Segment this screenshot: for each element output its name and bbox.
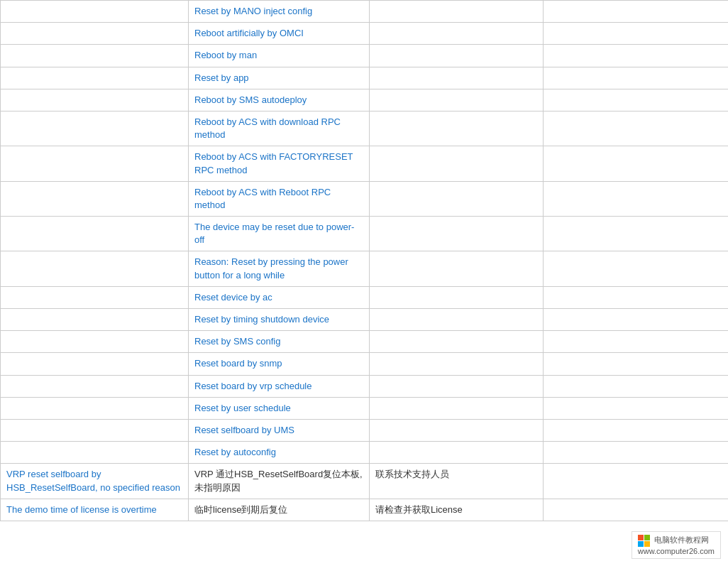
col3-cell: [370, 181, 544, 216]
table-row: Reset selfboard by UMS: [1, 419, 729, 441]
col1-cell: [1, 375, 189, 397]
col2-cell: Reset by timing shutdown device: [189, 309, 370, 331]
col2-cell: Reset by user schedule: [189, 397, 370, 419]
table-row: The demo time of license is overtime临时li…: [1, 499, 729, 521]
table-row: Reset by SMS config: [1, 331, 729, 353]
table-row: Reason: Reset by pressing the power butt…: [1, 251, 729, 286]
col1-cell: [1, 1, 189, 23]
col3-cell: [370, 217, 544, 251]
col1-cell: [1, 217, 189, 251]
col4-cell: [544, 353, 729, 375]
col2-cell: VRP 通过HSB_ResetSelfBoard复位本板,未指明原因: [189, 464, 370, 499]
col1-cell: [1, 331, 189, 353]
col3-cell: [370, 375, 544, 397]
col4-cell: [544, 309, 729, 331]
col4-cell: [544, 375, 729, 397]
col3-cell: [370, 67, 544, 89]
col4-cell: [544, 23, 729, 45]
col3-cell: [370, 397, 544, 419]
table-row: Reset board by snmp: [1, 353, 729, 375]
col1-cell: [1, 89, 189, 111]
col2-cell: Reset selfboard by UMS: [189, 419, 370, 441]
col1-cell: [1, 251, 189, 286]
col1-cell: [1, 397, 189, 419]
col4-cell: [544, 67, 729, 89]
data-table: Reset by MANO inject configReboot artifi…: [0, 0, 728, 521]
col4-cell: [544, 499, 729, 521]
col4-cell: [544, 251, 729, 286]
table-row: Reboot by ACS with download RPC method: [1, 111, 729, 146]
col2-cell: Reboot by man: [189, 45, 370, 67]
col4-cell: [544, 331, 729, 353]
col4-cell: [544, 217, 729, 251]
col2-cell: Reset board by snmp: [189, 353, 370, 375]
col3-cell: [370, 286, 544, 308]
table-row: Reset by autoconfig: [1, 442, 729, 464]
col1-cell: [1, 286, 189, 308]
col2-cell: Reboot by ACS with download RPC method: [189, 111, 370, 146]
col2-cell: Reset by SMS config: [189, 331, 370, 353]
col2-cell: Reset by app: [189, 67, 370, 89]
table-row: Reset by timing shutdown device: [1, 309, 729, 331]
col3-cell: [370, 146, 544, 181]
col3-cell: 联系技术支持人员: [370, 464, 544, 499]
col3-cell: [370, 251, 544, 286]
col1-cell: [1, 146, 189, 181]
col2-cell: Reset by MANO inject config: [189, 1, 370, 23]
col4-cell: [544, 146, 729, 181]
col4-cell: [544, 1, 729, 23]
col4-cell: [544, 45, 729, 67]
col3-cell: [370, 111, 544, 146]
table-row: Reboot by ACS with Reboot RPC method: [1, 181, 729, 216]
col3-cell: [370, 309, 544, 331]
col3-cell: [370, 1, 544, 23]
table-row: Reset board by vrp schedule: [1, 375, 729, 397]
col4-cell: [544, 89, 729, 111]
col2-cell: Reset by autoconfig: [189, 442, 370, 464]
col1-cell: The demo time of license is overtime: [1, 499, 189, 521]
col1-cell: [1, 23, 189, 45]
col2-cell: Reboot by ACS with Reboot RPC method: [189, 181, 370, 216]
col1-cell: [1, 419, 189, 441]
col4-cell: [544, 111, 729, 146]
col2-cell: Reason: Reset by pressing the power butt…: [189, 251, 370, 286]
col3-cell: [370, 89, 544, 111]
table-row: Reboot by ACS with FACTORYRESET RPC meth…: [1, 146, 729, 181]
table-row: Reboot by man: [1, 45, 729, 67]
col3-cell: [370, 45, 544, 67]
col3-cell: [370, 353, 544, 375]
col2-cell: Reboot by SMS autodeploy: [189, 89, 370, 111]
col3-cell: [370, 23, 544, 45]
col1-cell: [1, 45, 189, 67]
col4-cell: [544, 464, 729, 499]
table-row: Reset by MANO inject config: [1, 1, 729, 23]
col1-cell: [1, 111, 189, 146]
col3-cell: [370, 419, 544, 441]
table-row: Reset by app: [1, 67, 729, 89]
col1-cell: [1, 67, 189, 89]
col1-cell: [1, 309, 189, 331]
main-container: Reset by MANO inject configReboot artifi…: [0, 0, 728, 521]
col2-cell: 临时license到期后复位: [189, 499, 370, 521]
col1-cell: [1, 353, 189, 375]
col4-cell: [544, 442, 729, 464]
col4-cell: [544, 419, 729, 441]
table-row: Reset by user schedule: [1, 397, 729, 419]
col2-cell: Reboot by ACS with FACTORYRESET RPC meth…: [189, 146, 370, 181]
col3-cell: 请检查并获取License: [370, 499, 544, 521]
col4-cell: [544, 397, 729, 419]
col1-cell: [1, 181, 189, 216]
col2-cell: Reset board by vrp schedule: [189, 375, 370, 397]
col2-cell: Reset device by ac: [189, 286, 370, 308]
col2-cell: Reboot artificially by OMCI: [189, 23, 370, 45]
table-row: Reboot artificially by OMCI: [1, 23, 729, 45]
col1-cell: [1, 442, 189, 464]
table-row: Reboot by SMS autodeploy: [1, 89, 729, 111]
col4-cell: [544, 286, 729, 308]
table-row: The device may be reset due to power-off: [1, 217, 729, 251]
table-row: Reset device by ac: [1, 286, 729, 308]
col2-cell: The device may be reset due to power-off: [189, 217, 370, 251]
table-row: VRP reset selfboard by HSB_ResetSelfBoar…: [1, 464, 729, 499]
col1-cell: VRP reset selfboard by HSB_ResetSelfBoar…: [1, 464, 189, 499]
col3-cell: [370, 442, 544, 464]
